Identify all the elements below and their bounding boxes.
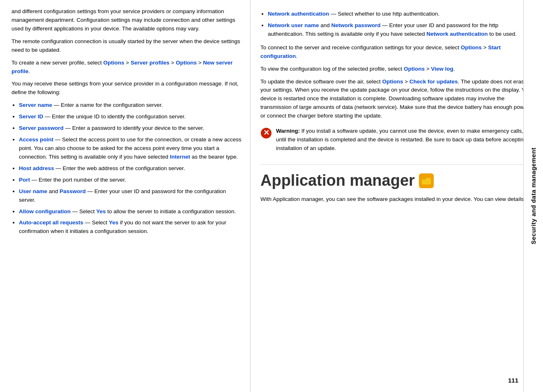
access-point-text2: as the bearer type. [190, 154, 238, 160]
network-user-label: Network user name [268, 22, 319, 28]
password-label: Password [60, 188, 86, 194]
gt-view: > [425, 66, 431, 72]
options-link-2[interactable]: Options [176, 60, 197, 66]
create-server-paragraph: To create a new server profile, select O… [12, 59, 242, 76]
list-item-user-password: User name and Password — Enter your user… [19, 187, 242, 205]
gt1: > [124, 60, 131, 66]
right-bullets-list: Network authentication — Select whether … [260, 10, 535, 39]
options-link-1[interactable]: Options [104, 60, 124, 66]
allow-config-text2: to allow the server to initiate a config… [106, 208, 236, 214]
view-log-paragraph: To view the configuration log of the sel… [260, 65, 535, 74]
network-auth-inline: Network authentication [426, 31, 488, 37]
server-id-text: — Enter the unique ID to identify the co… [43, 113, 186, 120]
server-profiles-link[interactable]: Server profiles [131, 60, 170, 66]
server-name-label: Server name [19, 102, 52, 108]
auto-accept-label: Auto-accept all requests [19, 219, 83, 226]
network-user-and: and [319, 22, 331, 28]
create-server-prefix: To create a new server profile, select [12, 60, 104, 66]
gt-update: > [403, 78, 409, 85]
page-container: and different configuration settings fro… [0, 0, 543, 392]
connect-period: . [296, 53, 297, 59]
view-log-prefix: To view the configuration log of the sel… [260, 66, 404, 72]
app-manager-title-text: Application manager [260, 171, 415, 190]
port-label: Port [19, 177, 30, 183]
auto-accept-text: — Select [83, 219, 109, 226]
update-prefix: To update the device software over the a… [260, 78, 382, 85]
intro-paragraph: and different configuration settings fro… [12, 7, 242, 33]
allow-config-label: Allow configuration [19, 208, 71, 214]
svg-text:✕: ✕ [263, 129, 269, 137]
receive-settings-paragraph: You may receive these settings from your… [12, 80, 242, 97]
app-manager-title: Application manager [260, 171, 535, 190]
list-item-port: Port — Enter the port number of the serv… [19, 176, 242, 184]
server-name-text: — Enter a name for the configuration ser… [52, 102, 163, 108]
list-item-server-name: Server name — Enter a name for the confi… [19, 101, 242, 110]
list-item-server-password: Server password — Enter a password to id… [19, 124, 242, 133]
remote-config-paragraph: The remote configuration connection is u… [12, 37, 242, 55]
host-address-label: Host address [19, 165, 54, 171]
options-view[interactable]: Options [404, 66, 425, 72]
server-password-label: Server password [19, 125, 64, 131]
list-item-host-address: Host address — Enter the web address of … [19, 164, 242, 173]
app-manager-section: Application manager With Application man… [260, 164, 535, 204]
gt2: > [170, 60, 176, 66]
list-item-auto-accept: Auto-accept all requests — Select Yes if… [19, 219, 242, 236]
folder-icon [421, 176, 431, 186]
view-log-period: . [453, 66, 455, 72]
warning-body: If you install a software update, you ca… [276, 128, 527, 151]
settings-list: Server name — Enter a name for the confi… [12, 101, 242, 236]
app-manager-icon [419, 173, 434, 188]
access-point-label: Access point [19, 136, 53, 143]
sidebar-label-container: Security and data management [523, 0, 543, 392]
yes-auto: Yes [109, 219, 118, 226]
warning-text: Warning: If you install a software updat… [276, 127, 535, 153]
list-item-network-user: Network user name and Network password —… [268, 21, 535, 39]
network-auth-text: — Select whether to use http authenticat… [329, 11, 439, 17]
network-auth-label: Network authentication [268, 11, 329, 17]
right-column: Network authentication — Select whether … [251, 0, 543, 392]
gt3: > [197, 60, 203, 66]
view-log-link[interactable]: View log [431, 66, 453, 72]
connect-paragraph: To connect to the server and receive con… [260, 44, 535, 61]
internet-label: Internet [170, 154, 190, 160]
network-password-label: Network password [331, 22, 381, 28]
sidebar-label-text: Security and data management [530, 148, 537, 244]
warning-label: Warning: [276, 128, 300, 134]
warning-section: ✕ Warning: If you install a software upd… [260, 127, 535, 157]
allow-config-text: — Select [71, 208, 96, 214]
port-text: — Enter the port number of the server. [30, 177, 126, 183]
page-number: 111 [508, 377, 518, 384]
warning-icon: ✕ [260, 127, 272, 139]
list-item-network-auth: Network authentication — Select whether … [268, 10, 535, 18]
user-name-label: User name [19, 188, 47, 194]
update-paragraph: To update the device software over the a… [260, 78, 535, 121]
server-password-text: — Enter a password to identify your devi… [64, 125, 204, 131]
list-item-server-id: Server ID — Enter the unique ID to ident… [19, 113, 242, 121]
gt-connect: > [482, 44, 488, 51]
network-user-text2: to be used. [488, 31, 517, 37]
yes-allow: Yes [96, 208, 106, 214]
list-item-access-point: Access point — Select the access point t… [19, 136, 242, 161]
server-id-label: Server ID [19, 113, 43, 120]
list-item-allow-config: Allow configuration — Select Yes to allo… [19, 208, 242, 216]
app-manager-body: With Application manager, you can see th… [260, 195, 535, 204]
create-server-period: . [28, 68, 30, 74]
check-updates-link[interactable]: Check for updates [410, 78, 458, 85]
left-column: and different configuration settings fro… [0, 0, 251, 392]
svg-rect-3 [422, 178, 426, 180]
options-connect[interactable]: Options [461, 44, 482, 51]
options-update[interactable]: Options [382, 78, 403, 85]
and-text: and [47, 188, 60, 194]
connect-prefix: To connect to the server and receive con… [260, 44, 461, 51]
host-address-text: — Enter the web address of the configura… [54, 165, 185, 171]
